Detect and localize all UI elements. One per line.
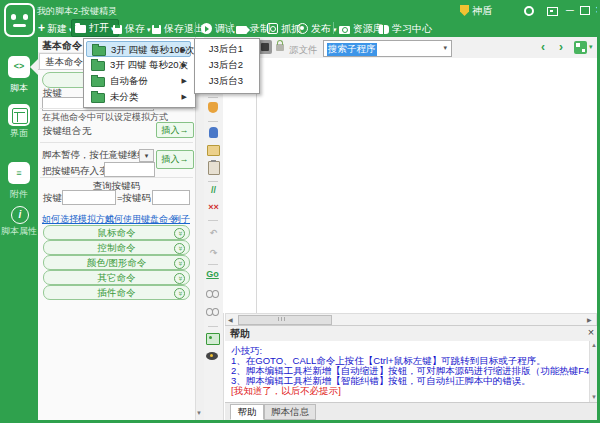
store-keycode-input[interactable] <box>104 162 155 177</box>
redo-icon[interactable]: ↷ <box>207 248 220 258</box>
uncomment-icon[interactable]: ×× <box>207 202 220 212</box>
divider <box>40 108 193 109</box>
code-editor[interactable] <box>223 58 597 313</box>
accordion-plugin-commands[interactable]: 插件命令» <box>43 285 190 300</box>
shield-icon <box>460 5 469 16</box>
resource-icon <box>339 26 350 34</box>
caret-down-icon[interactable]: ▾ <box>443 44 447 52</box>
divider <box>40 142 193 143</box>
scroll-left-icon[interactable]: ◀ <box>228 316 233 323</box>
learn-center-button[interactable]: 学习中心 <box>379 20 432 37</box>
menu-item-category[interactable]: 自动备份 ▶ <box>86 73 191 89</box>
settings-gear-icon[interactable] <box>524 6 534 16</box>
source-file-label[interactable]: 源文件 <box>289 44 318 57</box>
tab-help[interactable]: 帮助 <box>230 404 264 420</box>
logo-mouth <box>13 24 26 27</box>
sidebar-item-attachment[interactable]: 附件 <box>0 188 38 201</box>
sidebar-item-script-properties[interactable]: 脚本属性 <box>0 225 38 238</box>
query-key-label: 按键 <box>43 192 62 205</box>
folder-icon <box>91 77 105 87</box>
window-title: 我的脚本2-按键精灵 <box>37 5 117 18</box>
submenu-item-script[interactable]: J3后台3 <box>197 73 255 89</box>
search-subroutine-combobox[interactable]: 搜索子程序 ▾ <box>323 40 452 57</box>
accordion-control-commands[interactable]: 控制命令» <box>43 240 190 255</box>
comment-icon[interactable]: // <box>207 185 220 195</box>
accordion-color-graphic-commands[interactable]: 颜色/图形命令» <box>43 255 190 270</box>
find-next-icon[interactable] <box>206 308 219 316</box>
publish-button[interactable]: 发布▾ <box>297 20 337 37</box>
image-tool-icon[interactable] <box>206 333 220 345</box>
menu-item-category[interactable]: 未分类 ▶ <box>86 89 191 105</box>
nav-previous-icon[interactable]: ‹ <box>541 41 545 54</box>
undo-icon[interactable]: ↶ <box>207 228 220 238</box>
info-icon[interactable]: i <box>8 203 30 225</box>
save-exit-icon <box>152 25 161 34</box>
script-icon[interactable]: <> <box>8 56 30 78</box>
tab-script-info[interactable]: 脚本信息 <box>264 404 316 420</box>
menu-item-category[interactable]: 3开 四键 每秒100次 ▶ <box>86 41 191 57</box>
play-icon <box>201 23 212 34</box>
find-icon[interactable] <box>206 290 219 298</box>
query-key-input[interactable] <box>62 190 116 205</box>
goto-line-icon[interactable]: Go <box>206 269 219 279</box>
key-combo-value[interactable]: 无 <box>82 125 92 138</box>
scrollbar-grip <box>278 317 286 321</box>
save-icon <box>113 25 122 34</box>
active-item-notch <box>30 59 38 75</box>
hand-tool-icon[interactable] <box>208 102 218 113</box>
syntax-check-eye-icon[interactable] <box>206 352 218 360</box>
minimize-button[interactable]: ─ <box>563 3 577 17</box>
lock-icon <box>276 44 284 51</box>
menu-item-category[interactable]: 3开 四键 每秒20次 ▶ <box>86 57 191 73</box>
gutter-divider <box>256 58 257 313</box>
nav-next-icon[interactable]: › <box>559 41 563 54</box>
shield-badge[interactable]: 神盾 <box>460 4 492 16</box>
view-grid-icon[interactable] <box>574 41 587 54</box>
save-button[interactable]: 保存▾ <box>113 20 151 37</box>
paste-icon[interactable] <box>208 161 220 175</box>
folder-icon <box>91 93 105 103</box>
scroll-right-icon[interactable]: ▶ <box>587 316 592 323</box>
app-window: 我的脚本2-按键精灵 神盾 ─ × +新建▾ 打开▾ 保存▾ 保存退出 调试 录… <box>0 0 600 423</box>
open-submenu: J3后台1 J3后台2 J3后台3 <box>194 38 260 94</box>
submenu-item-script[interactable]: J3后台2 <box>197 57 255 73</box>
search-input-selected-text[interactable]: 搜索子程序 <box>327 43 377 56</box>
insert-combo-button[interactable]: 插入→ <box>156 122 194 138</box>
sidebar-item-script[interactable]: 脚本 <box>0 82 38 95</box>
help-close-icon[interactable]: × <box>586 326 596 338</box>
copy-icon[interactable] <box>207 145 220 156</box>
insert-pause-button[interactable]: 插入→ <box>156 150 194 169</box>
accordion-mouse-commands[interactable]: 鼠标命令» <box>43 225 190 240</box>
pause-dropdown[interactable]: ▾ <box>139 149 154 162</box>
tool-separator <box>208 326 218 327</box>
tab-basic-commands[interactable]: 基本命令 <box>39 53 89 69</box>
folder-icon <box>91 61 105 71</box>
maximize-button[interactable] <box>580 6 590 15</box>
plus-icon: + <box>38 20 45 37</box>
record-button[interactable]: 录制 <box>236 20 270 37</box>
pause-script-label: 脚本暂停，按任意键继续 <box>42 149 147 162</box>
app-logo-robot-icon <box>4 3 35 37</box>
toolbar-separator <box>195 22 196 34</box>
editor-mode-button[interactable] <box>258 40 272 54</box>
resource-button[interactable]: 资源库 <box>339 20 383 37</box>
tray-minimize-icon[interactable] <box>547 7 558 16</box>
attachment-icon[interactable]: ≡ <box>8 162 30 184</box>
interface-icon[interactable] <box>8 104 30 126</box>
divider <box>40 177 193 178</box>
capture-button[interactable]: 抓抓 <box>267 20 301 37</box>
accordion-other-commands[interactable]: 其它命令» <box>43 270 190 285</box>
sidebar-item-interface[interactable]: 界面 <box>0 127 38 140</box>
query-keycode-input[interactable] <box>152 190 190 205</box>
submenu-item-script[interactable]: J3后台1 <box>197 41 255 57</box>
panel-header[interactable]: 基本命令 <box>42 39 82 53</box>
wizard-icon[interactable] <box>209 127 218 138</box>
open-dropdown-menu: 3开 四键 每秒100次 ▶ 3开 四键 每秒20次 ▶ 自动备份 ▶ 未分类 … <box>83 38 196 108</box>
scroll-down-icon[interactable]: ▼ <box>195 410 203 416</box>
new-button[interactable]: +新建▾ <box>38 20 73 37</box>
caret-down-icon[interactable]: ▾ <box>589 43 593 51</box>
help-dismiss-link[interactable]: [我知道了，以后不必提示] <box>231 385 341 398</box>
panel-scrollbar[interactable] <box>195 52 204 420</box>
open-button[interactable]: 打开▾ <box>71 19 119 37</box>
save-exit-button[interactable]: 保存退出 <box>152 20 204 37</box>
